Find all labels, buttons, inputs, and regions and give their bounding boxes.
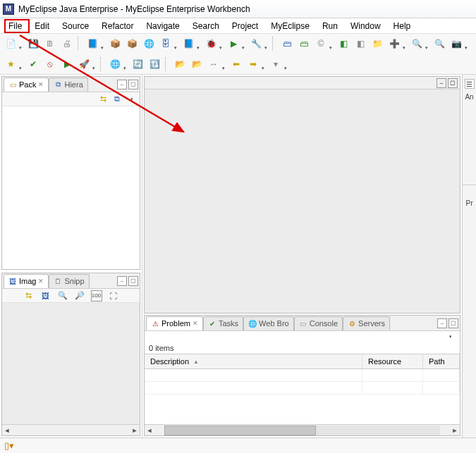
maximize-view-icon[interactable]: ▢ bbox=[128, 80, 138, 89]
tab-tasks[interactable]: ✔ Tasks bbox=[203, 316, 243, 330]
collapse-all-icon[interactable]: ⇆ bbox=[97, 94, 109, 105]
server-button[interactable]: 🗄 bbox=[158, 36, 173, 51]
bottom-tabfolder: ⚠ Problem ✕ ✔ Tasks 🌐 Web Bro ▭ Console bbox=[144, 315, 460, 436]
menu-run[interactable]: Run bbox=[317, 20, 343, 32]
stop-button[interactable]: ⦸ bbox=[42, 56, 58, 72]
forward-button[interactable]: ➡ bbox=[245, 56, 261, 72]
menu-edit[interactable]: Edit bbox=[29, 20, 55, 32]
new-package-button[interactable]: ➕ bbox=[386, 36, 402, 51]
maximize-view-icon[interactable]: ▢ bbox=[448, 78, 458, 88]
package-explorer-body[interactable] bbox=[2, 106, 140, 269]
package-icon[interactable]: 📦 bbox=[107, 36, 123, 51]
menu-project[interactable]: Project bbox=[226, 20, 264, 32]
refresh-button[interactable]: 🔄 bbox=[130, 56, 145, 72]
link-editor-icon[interactable]: ⧉ bbox=[111, 94, 123, 105]
debug-button[interactable]: 🐞 bbox=[203, 36, 219, 51]
menu-myeclipse[interactable]: MyEclipse bbox=[265, 20, 315, 32]
menu-window[interactable]: Window bbox=[345, 20, 386, 32]
maximize-view-icon[interactable]: ▢ bbox=[448, 318, 458, 328]
problems-table-body[interactable] bbox=[145, 369, 460, 424]
scroll-left-icon[interactable]: ◄ bbox=[145, 426, 154, 435]
run-button[interactable]: ▶ bbox=[226, 36, 241, 51]
col-resource[interactable]: Resource bbox=[362, 354, 423, 368]
zoom-100-icon[interactable]: 100 bbox=[91, 290, 102, 302]
package-icon-2[interactable]: 📦 bbox=[124, 36, 140, 51]
uml-button[interactable]: ◧ bbox=[336, 36, 351, 51]
problems-hscroll[interactable]: ◄ ► bbox=[145, 424, 460, 435]
minimize-view-icon[interactable]: – bbox=[437, 318, 447, 328]
view-menu-icon[interactable] bbox=[126, 94, 137, 105]
search-button[interactable]: 🔍 bbox=[432, 36, 447, 51]
close-icon[interactable]: ✕ bbox=[38, 278, 44, 285]
save-all-button[interactable]: 🗎 bbox=[42, 36, 58, 51]
toolbar-separator bbox=[78, 37, 82, 51]
attach-button[interactable]: 🚀 bbox=[76, 56, 92, 72]
col-label: Path bbox=[429, 357, 445, 366]
tab-problems[interactable]: ⚠ Problem ✕ bbox=[146, 316, 203, 330]
new-project-button[interactable]: 📘 bbox=[85, 36, 100, 51]
scroll-left-icon[interactable]: ◄ bbox=[2, 426, 12, 435]
db-button-2[interactable]: 🗃 bbox=[296, 36, 312, 51]
toolbar-separator bbox=[165, 57, 169, 71]
table-row bbox=[145, 369, 460, 382]
editor-area[interactable]: – ▢ bbox=[144, 76, 460, 314]
tab-console[interactable]: ▭ Console bbox=[294, 316, 343, 330]
fit-icon[interactable]: ⛶ bbox=[108, 290, 119, 302]
camera-button[interactable]: 📷 bbox=[448, 36, 464, 51]
open-type-button[interactable]: 🔍 bbox=[409, 36, 425, 51]
back-button[interactable]: ⬅ bbox=[228, 56, 244, 72]
zoom-out-icon[interactable]: 🔍 bbox=[57, 290, 68, 302]
sync-button[interactable]: 🔃 bbox=[147, 56, 162, 72]
zoom-in-icon[interactable]: 🔎 bbox=[74, 290, 85, 302]
new-class-button[interactable]: 📘 bbox=[181, 36, 196, 51]
tab-servers[interactable]: ⚙ Servers bbox=[343, 316, 390, 330]
image-hscroll[interactable]: ◄ ► bbox=[2, 424, 140, 435]
menu-refactor[interactable]: Refactor bbox=[96, 20, 139, 32]
uml-button-2[interactable]: ◧ bbox=[353, 36, 368, 51]
maximize-view-icon[interactable]: ▢ bbox=[128, 276, 138, 286]
open-button[interactable]: 📂 bbox=[172, 56, 188, 72]
new-wizard-button[interactable]: 📄 bbox=[3, 36, 18, 51]
col-description[interactable]: Description ▲ bbox=[145, 354, 362, 368]
scroll-right-icon[interactable]: ► bbox=[450, 426, 460, 435]
folder-button[interactable]: 📁 bbox=[370, 36, 385, 51]
menu-help[interactable]: Help bbox=[388, 20, 417, 32]
close-icon[interactable]: ✕ bbox=[38, 81, 44, 88]
minimize-view-icon[interactable]: – bbox=[437, 78, 446, 88]
ext-tools-button[interactable]: 🔧 bbox=[248, 36, 264, 51]
image-prev-icon[interactable]: 🖼 bbox=[40, 290, 51, 302]
print-button[interactable]: 🖨 bbox=[59, 36, 75, 51]
outline-stub-icon[interactable]: ☰ bbox=[465, 79, 475, 89]
deploy-button[interactable]: 🌐 bbox=[141, 36, 157, 51]
history-button[interactable]: ▾ bbox=[268, 56, 283, 72]
minimize-view-icon[interactable]: – bbox=[117, 80, 127, 89]
nav-icon[interactable]: ⇆ bbox=[23, 290, 35, 302]
menu-search[interactable]: Search bbox=[187, 20, 225, 32]
tab-image[interactable]: 🖼 Imag ✕ bbox=[4, 274, 49, 288]
class-button[interactable]: © bbox=[313, 36, 329, 51]
image-body[interactable] bbox=[2, 303, 140, 424]
tab-hierarchy[interactable]: ⧉ Hiera bbox=[49, 77, 87, 92]
tab-snippets[interactable]: 🗒 Snipp bbox=[49, 274, 89, 288]
scroll-thumb[interactable] bbox=[164, 426, 316, 435]
nav-button[interactable]: ↔ bbox=[206, 56, 221, 72]
tab-package-explorer[interactable]: ▭ Pack ✕ bbox=[4, 77, 49, 92]
tab-web-browser[interactable]: 🌐 Web Bro bbox=[243, 316, 294, 330]
annotation-button[interactable]: ★ bbox=[3, 56, 18, 72]
play-button[interactable]: ▶ bbox=[59, 56, 75, 72]
open-button-2[interactable]: 📂 bbox=[189, 56, 205, 72]
minimize-view-icon[interactable]: – bbox=[117, 276, 127, 286]
scroll-track[interactable] bbox=[164, 426, 440, 435]
close-icon[interactable]: ✕ bbox=[193, 320, 198, 327]
save-button[interactable]: 💾 bbox=[25, 36, 41, 51]
scroll-right-icon[interactable]: ► bbox=[130, 426, 140, 435]
col-path[interactable]: Path bbox=[423, 354, 460, 368]
db-button[interactable]: 🗃 bbox=[279, 36, 295, 51]
menu-navigate[interactable]: Navigate bbox=[140, 20, 185, 32]
menu-file[interactable]: File bbox=[3, 20, 28, 32]
browser-button[interactable]: 🌐 bbox=[107, 56, 123, 72]
menu-source[interactable]: Source bbox=[56, 20, 94, 32]
view-menu-icon[interactable] bbox=[444, 331, 456, 342]
tasks-button[interactable]: ✔ bbox=[25, 56, 41, 72]
perspective-icon[interactable]: ▯▾ bbox=[4, 440, 14, 451]
